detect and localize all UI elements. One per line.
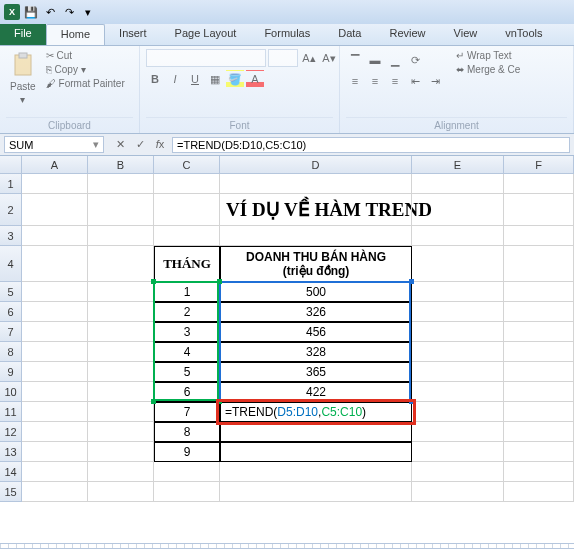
cell-D10[interactable]: 422 [220, 382, 412, 402]
cell-A7[interactable] [22, 322, 88, 342]
cell-A2[interactable] [22, 194, 88, 226]
tab-home[interactable]: Home [46, 24, 105, 45]
cell-C9[interactable]: 5 [154, 362, 220, 382]
cell-D13[interactable] [220, 442, 412, 462]
cell-A8[interactable] [22, 342, 88, 362]
row-header[interactable]: 15 [0, 482, 22, 502]
cell-D14[interactable] [220, 462, 412, 482]
cell-C14[interactable] [154, 462, 220, 482]
cell-E4[interactable] [412, 246, 504, 282]
row-header[interactable]: 4 [0, 246, 22, 282]
cell-E3[interactable] [412, 226, 504, 246]
cell-E9[interactable] [412, 362, 504, 382]
cell-A14[interactable] [22, 462, 88, 482]
row-header[interactable]: 11 [0, 402, 22, 422]
column-header[interactable]: F [504, 156, 574, 174]
tab-insert[interactable]: Insert [105, 24, 161, 45]
cell-B4[interactable] [88, 246, 154, 282]
cell-C6[interactable]: 2 [154, 302, 220, 322]
font-color-button[interactable]: A [246, 70, 264, 88]
row-header[interactable]: 1 [0, 174, 22, 194]
cell-C13[interactable]: 9 [154, 442, 220, 462]
cell-F13[interactable] [504, 442, 574, 462]
grow-font-icon[interactable]: A▴ [300, 49, 318, 67]
bold-button[interactable]: B [146, 70, 164, 88]
align-middle-icon[interactable]: ▬ [366, 51, 384, 69]
cell-B3[interactable] [88, 226, 154, 246]
cell-F2[interactable] [504, 194, 574, 226]
cell-F10[interactable] [504, 382, 574, 402]
formula-input[interactable]: =TREND(D5:D10,C5:C10) [172, 137, 570, 153]
cell-E12[interactable] [412, 422, 504, 442]
tab-page-layout[interactable]: Page Layout [161, 24, 251, 45]
row-header[interactable]: 8 [0, 342, 22, 362]
cell-C4[interactable]: THÁNG [154, 246, 220, 282]
cell-B2[interactable] [88, 194, 154, 226]
row-header[interactable]: 5 [0, 282, 22, 302]
cell-E1[interactable] [412, 174, 504, 194]
row-header[interactable]: 10 [0, 382, 22, 402]
shrink-font-icon[interactable]: A▾ [320, 49, 338, 67]
decrease-indent-icon[interactable]: ⇤ [406, 72, 424, 90]
cut-button[interactable]: ✂Cut [44, 49, 127, 62]
align-center-icon[interactable]: ≡ [366, 72, 384, 90]
underline-button[interactable]: U [186, 70, 204, 88]
select-all-corner[interactable] [0, 156, 22, 174]
align-left-icon[interactable]: ≡ [346, 72, 364, 90]
cell-D3[interactable] [220, 226, 412, 246]
cell-F11[interactable] [504, 402, 574, 422]
cell-A9[interactable] [22, 362, 88, 382]
cell-F3[interactable] [504, 226, 574, 246]
paste-button[interactable]: Paste ▾ [6, 49, 40, 107]
cell-C8[interactable]: 4 [154, 342, 220, 362]
cell-B10[interactable] [88, 382, 154, 402]
cell-F15[interactable] [504, 482, 574, 502]
cell-C12[interactable]: 8 [154, 422, 220, 442]
row-header[interactable]: 13 [0, 442, 22, 462]
cell-D2[interactable] [220, 194, 412, 226]
cell-B8[interactable] [88, 342, 154, 362]
cell-D12[interactable] [220, 422, 412, 442]
cell-B14[interactable] [88, 462, 154, 482]
align-right-icon[interactable]: ≡ [386, 72, 404, 90]
cell-D4[interactable]: DOANH THU BÁN HÀNG(triệu đồng) [220, 246, 412, 282]
font-family-select[interactable] [146, 49, 266, 67]
wrap-text-button[interactable]: ↵Wrap Text [454, 49, 522, 62]
cell-C5[interactable]: 1 [154, 282, 220, 302]
cell-B9[interactable] [88, 362, 154, 382]
column-header[interactable]: A [22, 156, 88, 174]
cell-A10[interactable] [22, 382, 88, 402]
cell-E11[interactable] [412, 402, 504, 422]
cell-A5[interactable] [22, 282, 88, 302]
cell-F12[interactable] [504, 422, 574, 442]
cell-D6[interactable]: 326 [220, 302, 412, 322]
align-top-icon[interactable]: ▔ [346, 51, 364, 69]
tab-formulas[interactable]: Formulas [250, 24, 324, 45]
merge-center-button[interactable]: ⬌Merge & Ce [454, 63, 522, 76]
cell-C1[interactable] [154, 174, 220, 194]
cell-A6[interactable] [22, 302, 88, 322]
file-tab[interactable]: File [0, 24, 46, 45]
cell-B12[interactable] [88, 422, 154, 442]
row-header[interactable]: 9 [0, 362, 22, 382]
cell-C2[interactable]: VÍ DỤ VỀ HÀM TREND [154, 194, 220, 226]
name-box[interactable]: SUM ▾ [4, 136, 104, 153]
cell-E14[interactable] [412, 462, 504, 482]
row-header[interactable]: 2 [0, 194, 22, 226]
cell-B5[interactable] [88, 282, 154, 302]
tab-review[interactable]: Review [375, 24, 439, 45]
redo-icon[interactable]: ↷ [61, 4, 77, 20]
fx-icon[interactable]: fx [152, 138, 168, 151]
qat-dropdown-icon[interactable]: ▾ [80, 4, 96, 20]
cell-E2[interactable] [412, 194, 504, 226]
cell-F1[interactable] [504, 174, 574, 194]
cell-A3[interactable] [22, 226, 88, 246]
column-header[interactable]: E [412, 156, 504, 174]
cell-D11[interactable]: =TREND(D5:D10,C5:C10) [220, 402, 412, 422]
cell-D7[interactable]: 456 [220, 322, 412, 342]
cell-C7[interactable]: 3 [154, 322, 220, 342]
save-icon[interactable]: 💾 [23, 4, 39, 20]
cell-C15[interactable] [154, 482, 220, 502]
cell-B15[interactable] [88, 482, 154, 502]
cell-B7[interactable] [88, 322, 154, 342]
